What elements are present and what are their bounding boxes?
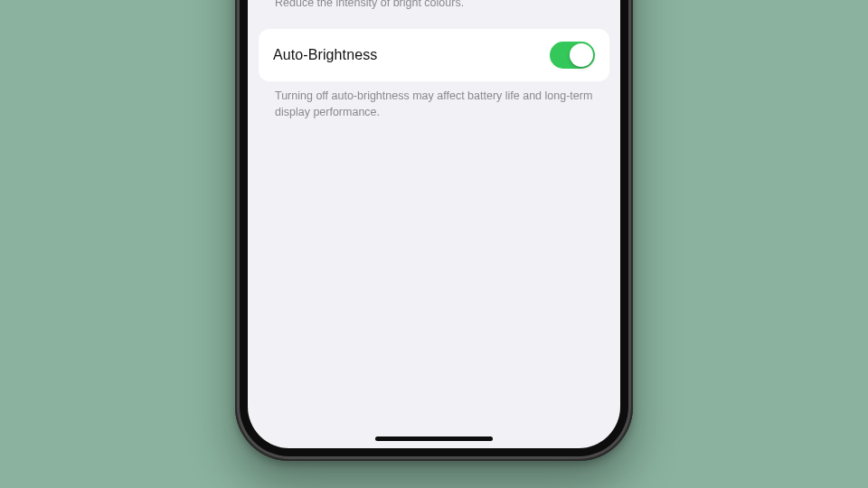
switch-knob bbox=[570, 43, 593, 67]
settings-list: Classic Invert Classic Invert reverses t… bbox=[248, 0, 620, 165]
auto-brightness-footer: Turning off auto-brightness may affect b… bbox=[259, 81, 609, 138]
auto-brightness-group: Auto-Brightness Turning off auto-brightn… bbox=[259, 29, 609, 138]
auto-brightness-title: Auto-Brightness bbox=[273, 47, 377, 63]
home-indicator[interactable] bbox=[375, 436, 493, 441]
reduce-white-point-group: Reduce White Point Reduce the intensity … bbox=[259, 0, 609, 29]
stage: Classic Invert Classic Invert reverses t… bbox=[0, 0, 868, 488]
auto-brightness-row[interactable]: Auto-Brightness bbox=[259, 29, 609, 81]
phone-frame: Classic Invert Classic Invert reverses t… bbox=[235, 0, 633, 461]
auto-brightness-switch[interactable] bbox=[550, 42, 595, 69]
phone-screen: Classic Invert Classic Invert reverses t… bbox=[248, 0, 620, 448]
reduce-white-point-footer: Reduce the intensity of bright colours. bbox=[259, 0, 609, 29]
